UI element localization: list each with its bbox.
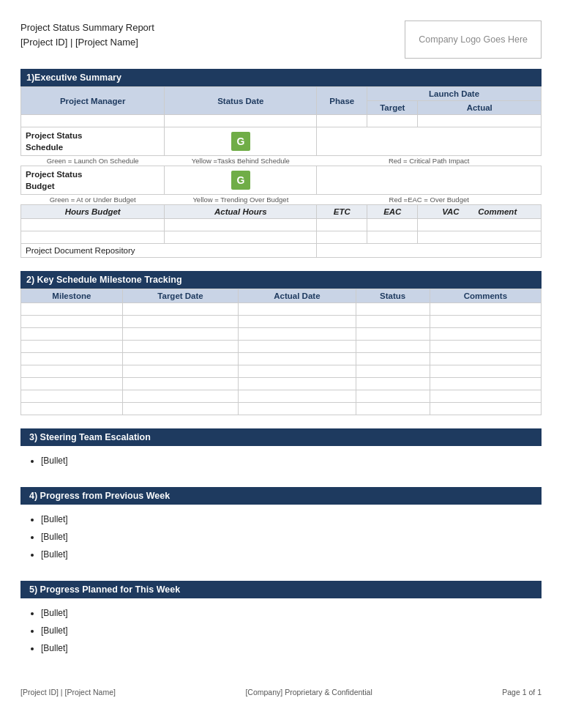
steering-title: 3) Steering Team Escalation	[29, 432, 151, 442]
list-item: [Bullet]	[41, 452, 536, 469]
progress-prev-header: 4) Progress from Previous Week	[20, 487, 542, 505]
report-title-line2: [Project ID] | [Project Name]	[20, 35, 154, 50]
table-row	[21, 365, 542, 378]
steering-section: 3) Steering Team Escalation [Bullet]	[20, 428, 542, 474]
footer-right: Page 1 of 1	[502, 688, 542, 697]
progress-planned-title: 5) Progress Planned for This Week	[29, 584, 180, 595]
th-actual-hours: Actual Hours	[165, 205, 317, 219]
table-row	[21, 378, 542, 390]
project-doc-repo-label: Project Document Repository	[21, 244, 317, 258]
company-logo-text: Company Logo Goes Here	[419, 34, 528, 45]
th-hours-budget: Hours Budget	[21, 205, 165, 219]
footer-center: [Company] Proprietary & Confidential	[245, 688, 372, 697]
status-schedule-badge-cell: G	[165, 127, 317, 156]
table-row	[21, 390, 542, 403]
th-eac: EAC	[367, 205, 418, 219]
hours-budget-header-row: Hours Budget Actual Hours ETC EAC VAC Co…	[21, 205, 542, 219]
th-comment: Comment	[478, 207, 517, 216]
progress-prev-title: 4) Progress from Previous Week	[29, 491, 170, 501]
th-launch-date: Launch Date	[367, 87, 542, 101]
list-item: [Bullet]	[41, 546, 536, 563]
report-title: Project Status Summary Report [Project I…	[20, 21, 154, 50]
milestone-header: 2) Key Schedule Milestone Tracking	[20, 271, 542, 289]
footer-left: [Project ID] | [Project Name]	[20, 688, 116, 697]
hours-data-row	[21, 219, 542, 231]
legend-yellow-budget: Yellow = Trending Over Budget	[165, 195, 317, 205]
milestone-section: 2) Key Schedule Milestone Tracking Miles…	[20, 271, 542, 415]
legend-red-budget: Red =EAC = Over Budget	[317, 195, 542, 205]
table-row	[21, 303, 542, 316]
report-title-line1: Project Status Summary Report	[20, 21, 154, 35]
steering-bullets: [Bullet]	[20, 446, 542, 474]
project-doc-repo-row: Project Document Repository	[21, 244, 542, 258]
status-schedule-label: Project StatusSchedule	[21, 127, 165, 156]
th-target-date: Target Date	[122, 289, 238, 303]
schedule-legend-row: Green = Launch On Schedule Yellow =Tasks…	[21, 156, 542, 166]
th-status-date: Status Date	[165, 87, 317, 115]
th-milestone: Milestone	[21, 289, 123, 303]
progress-prev-section: 4) Progress from Previous Week [Bullet][…	[20, 487, 542, 568]
table-row	[21, 328, 542, 341]
th-actual: Actual	[418, 101, 542, 115]
list-item: [Bullet]	[41, 604, 536, 622]
project-status-budget-row: Project StatusBudget G	[21, 166, 542, 195]
status-budget-badge-cell: G	[165, 166, 317, 195]
exec-summary-header: 1)Executive Summary	[20, 69, 542, 86]
th-etc: ETC	[317, 205, 367, 219]
th-comments: Comments	[430, 289, 541, 303]
status-budget-label: Project StatusBudget	[21, 166, 165, 195]
page-header: Project Status Summary Report [Project I…	[20, 21, 542, 59]
hours-data-row2	[21, 231, 542, 244]
progress-planned-bullets: [Bullet][Bullet][Bullet]	[20, 598, 542, 661]
milestone-header-row: Milestone Target Date Actual Date Status…	[21, 289, 542, 303]
list-item: [Bullet]	[41, 639, 536, 657]
project-status-schedule-row: Project StatusSchedule G	[21, 127, 542, 156]
th-target: Target	[367, 101, 418, 115]
table-row	[21, 341, 542, 353]
table-row	[21, 403, 542, 415]
list-item: [Bullet]	[41, 622, 536, 639]
progress-planned-header: 5) Progress Planned for This Week	[20, 581, 542, 598]
progress-prev-bullets: [Bullet][Bullet][Bullet]	[20, 505, 542, 568]
milestone-table: Milestone Target Date Actual Date Status…	[20, 289, 542, 415]
company-logo: Company Logo Goes Here	[405, 21, 542, 59]
exec-summary-title: 1)Executive Summary	[26, 73, 121, 83]
th-project-manager: Project Manager	[21, 87, 165, 115]
page-footer: [Project ID] | [Project Name] [Company] …	[20, 683, 542, 697]
legend-yellow-schedule: Yellow =Tasks Behind Schedule	[165, 156, 317, 166]
schedule-status-badge: G	[231, 132, 250, 151]
steering-header: 3) Steering Team Escalation	[20, 428, 542, 446]
exec-summary-table: Project Manager Status Date Phase Launch…	[20, 86, 542, 258]
legend-green-budget: Green = At or Under Budget	[21, 195, 165, 205]
th-status: Status	[356, 289, 430, 303]
budget-legend-row: Green = At or Under Budget Yellow = Tren…	[21, 195, 542, 205]
table-row	[21, 353, 542, 365]
list-item: [Bullet]	[41, 528, 536, 546]
executive-summary-section: 1)Executive Summary Project Manager Stat…	[20, 69, 542, 258]
legend-green-schedule: Green = Launch On Schedule	[21, 156, 165, 166]
legend-red-schedule: Red = Critical Path Impact	[317, 156, 542, 166]
progress-planned-section: 5) Progress Planned for This Week [Bulle…	[20, 581, 542, 661]
milestone-title: 2) Key Schedule Milestone Tracking	[26, 275, 182, 285]
th-vac: VAC Comment	[418, 205, 542, 219]
budget-status-badge: G	[231, 171, 250, 190]
th-actual-date: Actual Date	[239, 289, 356, 303]
th-phase: Phase	[317, 87, 367, 115]
table-row	[21, 316, 542, 328]
table-row	[21, 115, 542, 127]
list-item: [Bullet]	[41, 510, 536, 528]
